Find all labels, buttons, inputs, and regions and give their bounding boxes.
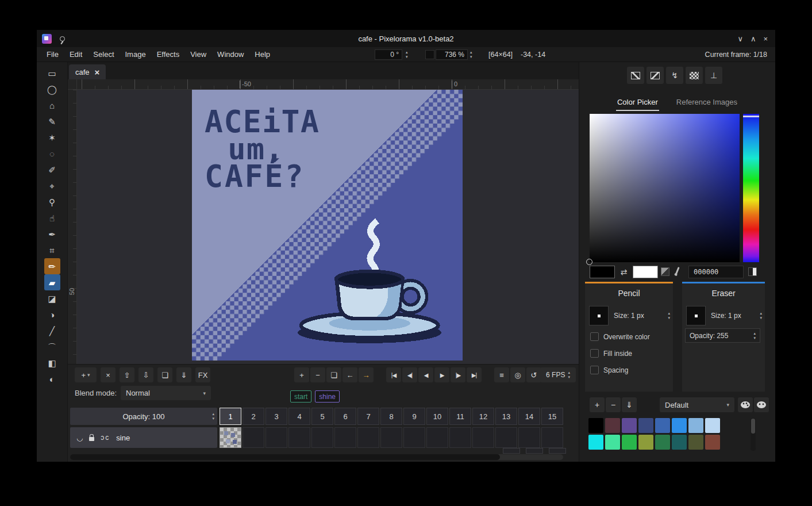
remove-frame-button[interactable]: − [310, 367, 325, 382]
eraser-opacity-spinbox[interactable]: Opacity: 255 ▴▾ [685, 328, 760, 343]
add-palette-button[interactable]: + [590, 397, 605, 412]
frame-2[interactable]: 2 [243, 408, 264, 425]
pixel-perfect-button[interactable]: ↯ [666, 67, 683, 84]
tool-curve[interactable]: ⌒ [44, 339, 60, 355]
spin-up-icon[interactable]: ▴ [568, 371, 570, 374]
palette-swatch[interactable] [638, 435, 653, 450]
previous-frame-button[interactable]: ◀| [402, 367, 417, 382]
palette-select-dropdown[interactable]: Default ▾ [660, 397, 734, 412]
cel-frame-2[interactable] [243, 427, 264, 448]
cel-frame-1[interactable] [220, 427, 241, 448]
frame-14[interactable]: 14 [518, 408, 540, 425]
pencil-option-overwrite-color[interactable]: Overwrite color [590, 332, 650, 341]
remove-palette-button[interactable]: − [606, 397, 621, 412]
tool-select-by-color[interactable]: ✎ [44, 113, 60, 129]
cel-frame-15[interactable] [541, 427, 563, 448]
zoom-spinner[interactable]: ▴▾ [470, 49, 472, 60]
spin-down-icon[interactable]: ▾ [212, 417, 214, 420]
rotation-spinner[interactable]: ▴▾ [406, 49, 408, 60]
palette-swatch[interactable] [588, 435, 603, 450]
tool-move[interactable]: ⌖ [44, 178, 60, 194]
tool-shading[interactable]: ◑ [44, 306, 60, 323]
timeline-scrollbar[interactable] [70, 454, 563, 460]
menu-image[interactable]: Image [125, 50, 146, 59]
cel-frame-4[interactable] [288, 427, 310, 448]
edit-palette-button[interactable] [738, 397, 753, 412]
palette-swatch[interactable] [622, 435, 637, 450]
linked-cels-icon[interactable]: ɔc [101, 434, 110, 442]
reset-colors-icon[interactable] [661, 267, 669, 276]
move-frame-right-button[interactable]: → [359, 367, 374, 382]
clone-layer-button[interactable]: ❏ [157, 367, 172, 382]
move-layer-up-button[interactable]: ⇧ [120, 367, 134, 382]
spin-up-icon[interactable]: ▴ [406, 51, 408, 54]
eraser-size-spinner[interactable]: ▴▾ [760, 312, 762, 320]
cel-loop-button[interactable]: ↺ [526, 367, 541, 382]
frame-15[interactable]: 15 [541, 408, 563, 425]
saturation-value-square[interactable] [590, 114, 740, 262]
spin-up-icon[interactable]: ▴ [753, 332, 756, 335]
eraser-size-label[interactable]: Size: 1 px [711, 312, 741, 320]
tab-color-picker[interactable]: Color Picker [616, 95, 659, 111]
alpha-checker-button[interactable] [686, 67, 703, 84]
palette-swatch[interactable] [672, 418, 687, 433]
left-color-swatch[interactable] [590, 266, 615, 278]
tool-rectangle[interactable]: ◧ [44, 355, 60, 371]
frame-list-button[interactable]: ≡ [494, 367, 509, 382]
sprite-palette-button[interactable] [754, 397, 769, 412]
zoom-input[interactable]: 736 % [436, 49, 468, 60]
tool-rectangle-select[interactable]: ▭ [44, 65, 60, 81]
right-color-swatch[interactable] [633, 266, 658, 278]
cel-frame-13[interactable] [495, 427, 517, 448]
swap-colors-icon[interactable]: ⇄ [617, 266, 631, 278]
tab-cafe[interactable]: cafe × [69, 64, 106, 79]
spin-up-icon[interactable]: ▴ [212, 412, 214, 416]
tool-line[interactable]: ╱ [44, 323, 60, 339]
palette-swatch[interactable] [672, 435, 687, 450]
menu-view[interactable]: View [190, 50, 206, 59]
tool-eraser[interactable]: ▰ [44, 274, 60, 290]
tab-reference-images[interactable]: Reference Images [675, 95, 738, 111]
palette-swatch[interactable] [655, 435, 670, 450]
spin-down-icon[interactable]: ▾ [668, 316, 670, 320]
fps-spinner[interactable]: ▴▾ [568, 371, 570, 379]
import-palette-button[interactable]: ⇓ [622, 397, 637, 412]
spin-up-icon[interactable]: ▴ [470, 51, 472, 54]
spin-down-icon[interactable]: ▾ [470, 55, 472, 59]
layer-row-sine[interactable]: ◡ ɔc sine [70, 427, 217, 448]
palette-swatch[interactable] [688, 435, 703, 450]
cel-frame-7[interactable] [357, 427, 379, 448]
first-frame-button[interactable]: |◀ [386, 367, 401, 382]
pencil-option-fill-inside[interactable]: Fill inside [590, 349, 650, 358]
menu-help[interactable]: Help [255, 50, 270, 59]
mirror-horizontal-button[interactable] [627, 67, 644, 84]
last-frame-button[interactable]: ▶| [467, 367, 482, 382]
merge-layer-down-button[interactable]: ⇓ [176, 367, 191, 382]
tool-ellipse-select[interactable]: ◯ [44, 81, 60, 97]
remove-layer-button[interactable]: × [101, 367, 116, 382]
dynamics-button[interactable]: ⊥ [705, 67, 722, 84]
cel-frame-10[interactable] [426, 427, 448, 448]
palette-swatch[interactable] [655, 418, 670, 433]
menu-edit[interactable]: Edit [70, 50, 82, 59]
tool-zoom[interactable]: ⚲ [44, 194, 60, 210]
rotation-input[interactable]: 0 ° [375, 49, 402, 60]
palette-swatch[interactable] [622, 418, 637, 433]
tab-close-icon[interactable]: × [95, 67, 100, 77]
palette-swatch[interactable] [605, 418, 620, 433]
frame-6[interactable]: 6 [334, 408, 356, 425]
add-layer-button[interactable]: +▾ [75, 367, 97, 382]
blend-mode-dropdown[interactable]: Normal ▾ [121, 386, 211, 400]
spin-down-icon[interactable]: ▾ [753, 336, 756, 340]
menu-effects[interactable]: Effects [157, 50, 180, 59]
layer-effects-button[interactable]: FX [195, 367, 210, 382]
cel-frame-8[interactable] [380, 427, 402, 448]
close-icon[interactable]: × [763, 34, 768, 43]
palette-swatch[interactable] [638, 418, 653, 433]
eyedropper-icon[interactable] [675, 267, 679, 275]
color-mode-icon[interactable] [748, 267, 757, 276]
layer-lock-icon[interactable] [89, 437, 94, 441]
frame-10[interactable]: 10 [426, 408, 448, 425]
frame-8[interactable]: 8 [380, 408, 402, 425]
pencil-size-label[interactable]: Size: 1 px [614, 312, 644, 320]
